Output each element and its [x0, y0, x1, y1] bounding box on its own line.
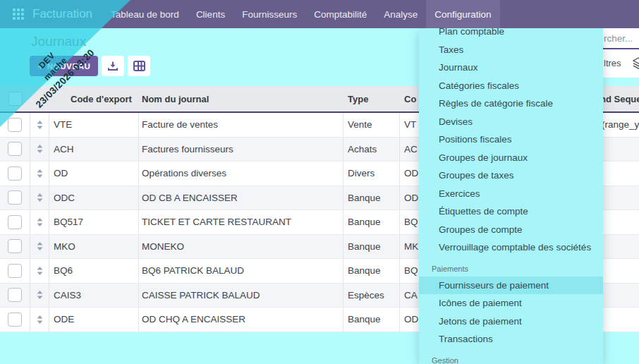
- sort-handle-icon[interactable]: [30, 259, 49, 283]
- cell-journal-type: Banque: [348, 265, 381, 276]
- cell-code-fragment: AC: [404, 144, 418, 154]
- cell-journal-name: OD CHQ A ENCAISSER: [142, 314, 245, 324]
- row-checkbox[interactable]: [8, 239, 22, 253]
- sort-handle-icon[interactable]: [30, 235, 49, 259]
- cell-journal-name: Opérations diverses: [142, 168, 226, 178]
- nav-menu-item-comptabilit-[interactable]: Comptabilité: [305, 0, 375, 28]
- dropdown-menu-item[interactable]: Verrouillage comptable des sociétés: [419, 238, 603, 257]
- column-header-code[interactable]: Code d'export: [49, 94, 139, 104]
- dropdown-menu-item[interactable]: Catégories fiscales: [419, 77, 603, 95]
- row-checkbox[interactable]: [8, 264, 22, 278]
- row-checkbox[interactable]: [8, 313, 22, 327]
- dropdown-menu-item[interactable]: Plan comptable: [419, 28, 603, 41]
- new-button-label: NOUVEAU: [47, 62, 91, 71]
- configuration-dropdown-menu: Plan comptableTaxesJournauxCatégories fi…: [419, 28, 603, 364]
- cell-export-code: VTE: [54, 119, 72, 130]
- cell-export-code: ODE: [54, 314, 74, 324]
- row-checkbox-cell: [0, 259, 30, 283]
- nav-menu-item-configuration[interactable]: Configuration: [426, 0, 499, 28]
- cell-journal-type: Divers: [348, 168, 375, 178]
- row-checkbox[interactable]: [8, 142, 22, 156]
- cell-journal-type: Achats: [348, 144, 377, 154]
- dropdown-menu-item[interactable]: Icônes de paiement: [419, 294, 603, 313]
- cell-journal-type: Banque: [348, 217, 381, 227]
- cell-code-fragment: CA: [404, 290, 418, 301]
- cell-export-code: ACH: [54, 144, 74, 154]
- row-checkbox[interactable]: [8, 118, 22, 132]
- cell-export-code: MKO: [54, 241, 75, 252]
- cell-export-code: CAIS3: [54, 290, 81, 301]
- cell-journal-type: Banque: [348, 314, 381, 324]
- filters-button[interactable]: ltres: [604, 58, 621, 68]
- view-switch-button[interactable]: [128, 56, 150, 76]
- nav-menu-item-clients[interactable]: Clients: [188, 0, 233, 28]
- sort-handle-icon[interactable]: [30, 210, 49, 234]
- cell-journal-type: Espèces: [348, 290, 384, 301]
- nav-menu-item-analyse[interactable]: Analyse: [375, 0, 426, 28]
- cell-sequence-fragment: (range_y: [602, 119, 639, 130]
- nav-menu-item-tableau-de-bord[interactable]: Tableau de bord: [102, 0, 188, 28]
- cell-journal-type: Vente: [348, 119, 372, 130]
- select-all-checkbox[interactable]: [8, 92, 23, 106]
- top-navbar: Facturation Tableau de bordClientsFourni…: [0, 0, 639, 28]
- cell-journal-name: Facture de ventes: [142, 119, 218, 130]
- export-download-button[interactable]: [102, 56, 124, 76]
- cell-journal-type: Banque: [348, 241, 381, 252]
- dropdown-menu-item[interactable]: Positions fiscales: [419, 131, 603, 149]
- dropdown-menu-item[interactable]: Règles de catégorie fiscale: [419, 95, 603, 113]
- apps-grid-icon[interactable]: [13, 8, 24, 20]
- cell-journal-name: Factures fournisseurs: [142, 144, 233, 154]
- cell-code-fragment: OD: [404, 168, 418, 178]
- sort-handle-icon[interactable]: [30, 186, 49, 210]
- row-checkbox[interactable]: [8, 215, 22, 229]
- select-all-checkbox-cell: [0, 86, 30, 111]
- sort-handle-icon[interactable]: [30, 138, 49, 162]
- download-icon: [107, 61, 118, 72]
- cell-code-fragment: MK: [404, 241, 418, 252]
- dropdown-menu-item[interactable]: Exercices: [419, 185, 603, 203]
- row-checkbox-cell: [0, 113, 30, 137]
- cell-journal-name: MONEKO: [142, 241, 184, 252]
- cell-export-code: BQ6: [54, 265, 73, 276]
- table-cells-icon: [133, 61, 145, 71]
- row-checkbox[interactable]: [8, 288, 22, 302]
- row-checkbox-cell: [0, 210, 30, 234]
- cell-export-code: BQ517: [54, 217, 83, 227]
- row-checkbox[interactable]: [8, 166, 22, 181]
- row-checkbox-cell: [0, 308, 30, 332]
- app-window: Code d'export Nom du journal Type Co nd …: [0, 0, 639, 364]
- cell-code-fragment: BQ: [404, 265, 418, 276]
- cell-code-fragment: OD: [404, 314, 418, 324]
- dropdown-section-label: Paiements: [419, 261, 603, 277]
- column-header-name[interactable]: Nom du journal: [139, 94, 343, 104]
- cell-code-fragment: BQ: [404, 217, 418, 227]
- row-checkbox[interactable]: [8, 190, 22, 205]
- dropdown-menu-item[interactable]: Groupes de compte: [419, 221, 603, 239]
- dropdown-menu-item[interactable]: Journaux: [419, 59, 603, 77]
- plus-icon: +: [37, 60, 44, 72]
- sort-handle-icon[interactable]: [30, 162, 49, 186]
- dropdown-menu-item[interactable]: Devises: [419, 113, 603, 131]
- sort-handle-icon[interactable]: [30, 308, 49, 332]
- dropdown-menu-item[interactable]: Jetons de paiement: [419, 313, 603, 331]
- row-checkbox-cell: [0, 138, 30, 162]
- layers-group-icon[interactable]: [633, 57, 639, 69]
- dropdown-menu-item[interactable]: Taxes: [419, 41, 603, 59]
- cell-code-fragment: VT: [404, 119, 416, 130]
- dropdown-menu-item[interactable]: Fournisseurs de paiement: [419, 277, 603, 295]
- dropdown-menu-item[interactable]: Groupes de journaux: [419, 149, 603, 167]
- dropdown-menu-item[interactable]: Étiquettes de compte: [419, 202, 603, 221]
- row-checkbox-cell: [0, 284, 30, 308]
- sort-handle-icon[interactable]: [30, 113, 49, 137]
- sort-handle-icon[interactable]: [30, 284, 49, 308]
- dropdown-menu-item[interactable]: Transactions: [419, 330, 603, 348]
- nav-menu-item-fournisseurs[interactable]: Fournisseurs: [233, 0, 305, 28]
- page-title: Journaux: [31, 34, 86, 49]
- app-brand[interactable]: Facturation: [32, 7, 92, 21]
- cell-export-code: OD: [54, 168, 68, 178]
- row-checkbox-cell: [0, 162, 30, 186]
- column-header-type[interactable]: Type: [343, 94, 400, 104]
- dropdown-menu-item[interactable]: Groupes de taxes: [419, 166, 603, 185]
- new-button[interactable]: + NOUVEAU: [30, 56, 98, 76]
- row-checkbox-cell: [0, 235, 30, 259]
